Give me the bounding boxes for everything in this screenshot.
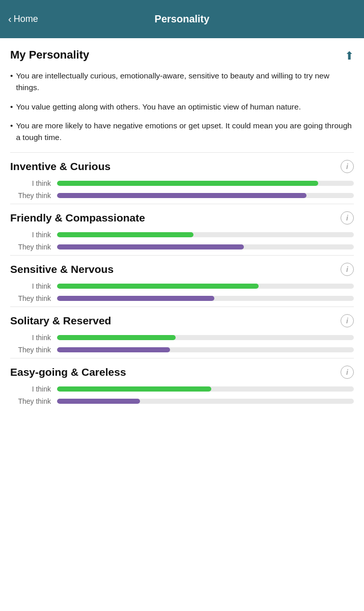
trait-section-2: Sensitive & Nervous i I think They think — [10, 255, 354, 302]
bar-fill-purple-3 — [57, 347, 170, 352]
bar-track-purple-4 — [57, 399, 354, 404]
bar-fill-green-0 — [57, 181, 318, 186]
info-icon-2[interactable]: i — [341, 263, 354, 276]
i-think-label-1: I think — [10, 231, 51, 239]
bullet-text-1: You are intellectually curious, emotiona… — [16, 70, 354, 94]
trait-header-3: Solitary & Reserved i — [10, 314, 354, 327]
info-icon-0[interactable]: i — [341, 160, 354, 173]
i-think-label-3: I think — [10, 334, 51, 342]
bullet-text-2: You value getting along with others. You… — [16, 101, 301, 113]
bar-row-i-think-4: I think — [10, 385, 354, 393]
my-personality-header: My Personality ⬆ — [10, 48, 354, 63]
back-chevron-icon: ‹ — [8, 13, 12, 25]
i-think-label-2: I think — [10, 282, 51, 290]
info-icon-3[interactable]: i — [341, 314, 354, 327]
trait-header-1: Friendly & Compassionate i — [10, 211, 354, 225]
bar-row-i-think-1: I think — [10, 231, 354, 239]
personality-bullet-1: • You are intellectually curious, emotio… — [10, 70, 354, 94]
page-title: Personality — [155, 13, 210, 25]
bar-fill-green-1 — [57, 232, 193, 237]
they-think-label-4: They think — [10, 397, 51, 405]
bullet-text-3: You are more likely to have negative emo… — [16, 120, 354, 144]
trait-section-1: Friendly & Compassionate i I think They … — [10, 204, 354, 251]
bar-row-they-think-1: They think — [10, 243, 354, 251]
bar-track-green-4 — [57, 386, 354, 392]
my-personality-title: My Personality — [10, 48, 89, 62]
trait-header-0: Inventive & Curious i — [10, 160, 354, 173]
back-label: Home — [14, 14, 38, 24]
bar-track-purple-1 — [57, 244, 354, 249]
i-think-label-4: I think — [10, 385, 51, 393]
bar-fill-green-2 — [57, 284, 259, 289]
bar-track-purple-0 — [57, 193, 354, 198]
bar-track-green-2 — [57, 284, 354, 289]
trait-section-0: Inventive & Curious i I think They think — [10, 152, 354, 200]
they-think-label-3: They think — [10, 346, 51, 354]
bar-track-green-0 — [57, 181, 354, 186]
trait-title-1: Friendly & Compassionate — [10, 212, 145, 224]
bullet-dot-1: • — [10, 70, 13, 94]
bar-row-i-think-0: I think — [10, 179, 354, 187]
they-think-label-2: They think — [10, 294, 51, 302]
bar-row-i-think-3: I think — [10, 334, 354, 342]
bar-row-they-think-3: They think — [10, 346, 354, 354]
they-think-label-0: They think — [10, 191, 51, 200]
bar-fill-green-4 — [57, 386, 211, 392]
trait-title-4: Easy-going & Careless — [10, 366, 126, 378]
bar-fill-purple-1 — [57, 244, 244, 249]
trait-title-3: Solitary & Reserved — [10, 315, 111, 327]
personality-bullet-3: • You are more likely to have negative e… — [10, 120, 354, 144]
they-think-label-1: They think — [10, 243, 51, 251]
bullet-dot-2: • — [10, 101, 13, 113]
info-icon-1[interactable]: i — [341, 211, 354, 225]
i-think-label-0: I think — [10, 179, 51, 187]
bar-fill-purple-2 — [57, 296, 214, 301]
bar-row-they-think-2: They think — [10, 294, 354, 302]
trait-section-3: Solitary & Reserved i I think They think — [10, 307, 354, 354]
bar-row-i-think-2: I think — [10, 282, 354, 290]
bar-fill-purple-4 — [57, 399, 140, 404]
trait-header-4: Easy-going & Careless i — [10, 366, 354, 379]
bar-row-they-think-4: They think — [10, 397, 354, 405]
trait-title-0: Inventive & Curious — [10, 160, 110, 173]
bar-track-green-1 — [57, 232, 354, 237]
bar-fill-green-3 — [57, 335, 176, 340]
bar-fill-purple-0 — [57, 193, 306, 198]
main-content: My Personality ⬆ • You are intellectuall… — [0, 38, 364, 425]
trait-header-2: Sensitive & Nervous i — [10, 263, 354, 276]
personality-bullet-2: • You value getting along with others. Y… — [10, 101, 354, 113]
app-header: ‹ Home Personality — [0, 0, 364, 38]
bar-track-green-3 — [57, 335, 354, 340]
trait-title-2: Sensitive & Nervous — [10, 263, 114, 275]
personality-description: • You are intellectually curious, emotio… — [10, 70, 354, 143]
bullet-dot-3: • — [10, 120, 13, 144]
bar-row-they-think-0: They think — [10, 191, 354, 200]
back-button[interactable]: ‹ Home — [8, 13, 38, 25]
info-icon-4[interactable]: i — [341, 366, 354, 379]
traits-container: Inventive & Curious i I think They think… — [10, 152, 354, 405]
bar-track-purple-3 — [57, 347, 354, 352]
trait-section-4: Easy-going & Careless i I think They thi… — [10, 358, 354, 405]
bar-track-purple-2 — [57, 296, 354, 301]
share-icon[interactable]: ⬆ — [345, 49, 354, 63]
